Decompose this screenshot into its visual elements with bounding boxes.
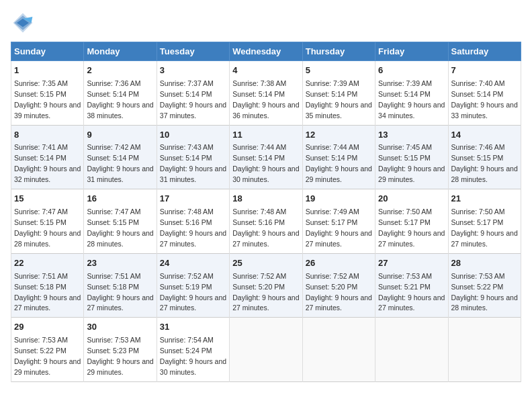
day-number: 14: [451, 129, 518, 142]
sunrise-info: Sunrise: 7:48 AM: [232, 208, 286, 216]
sunrise-info: Sunrise: 7:38 AM: [232, 79, 286, 87]
sunset-info: Sunset: 5:14 PM: [87, 154, 139, 162]
sunset-info: Sunset: 5:14 PM: [451, 90, 504, 98]
daylight-info: Daylight: 9 hours and 36 minutes.: [232, 101, 299, 120]
day-number: 29: [14, 321, 81, 334]
daylight-info: Daylight: 9 hours and 30 minutes.: [160, 357, 226, 376]
day-cell: 23Sunrise: 7:51 AMSunset: 5:18 PMDayligh…: [84, 253, 157, 318]
day-number: 16: [87, 193, 153, 205]
daylight-info: Daylight: 9 hours and 28 minutes.: [451, 165, 518, 183]
daylight-info: Daylight: 9 hours and 33 minutes.: [451, 101, 518, 120]
sunset-info: Sunset: 5:14 PM: [306, 90, 358, 98]
sunset-info: Sunset: 5:16 PM: [232, 218, 285, 226]
logo-icon: [11, 11, 35, 35]
daylight-info: Daylight: 9 hours and 27 minutes.: [232, 293, 299, 312]
day-cell: 11Sunrise: 7:44 AMSunset: 5:14 PMDayligh…: [230, 125, 302, 189]
sunrise-info: Sunrise: 7:35 AM: [14, 79, 68, 87]
sunrise-info: Sunrise: 7:52 AM: [232, 272, 286, 280]
daylight-info: Daylight: 9 hours and 31 minutes.: [87, 165, 153, 183]
day-cell: 8Sunrise: 7:41 AMSunset: 5:14 PMDaylight…: [11, 125, 84, 189]
day-number: 10: [160, 129, 226, 142]
daylight-info: Daylight: 9 hours and 39 minutes.: [14, 101, 81, 120]
sunset-info: Sunset: 5:24 PM: [160, 347, 212, 355]
day-cell: 21Sunrise: 7:50 AMSunset: 5:17 PMDayligh…: [448, 189, 521, 254]
day-cell: 3Sunrise: 7:37 AMSunset: 5:14 PMDaylight…: [157, 61, 229, 126]
day-number: 30: [87, 321, 153, 334]
sunset-info: Sunset: 5:14 PM: [232, 90, 285, 98]
day-cell: 16Sunrise: 7:47 AMSunset: 5:15 PMDayligh…: [84, 189, 157, 254]
day-number: 20: [378, 193, 445, 205]
daylight-info: Daylight: 9 hours and 38 minutes.: [87, 101, 153, 120]
daylight-info: Daylight: 9 hours and 32 minutes.: [14, 165, 81, 183]
daylight-info: Daylight: 9 hours and 29 minutes.: [306, 165, 372, 183]
sunrise-info: Sunrise: 7:52 AM: [306, 272, 359, 280]
page-header: [11, 11, 521, 35]
sunrise-info: Sunrise: 7:53 AM: [14, 336, 68, 344]
daylight-info: Daylight: 9 hours and 27 minutes.: [160, 293, 226, 312]
day-number: 13: [378, 129, 445, 142]
daylight-info: Daylight: 9 hours and 27 minutes.: [378, 229, 445, 248]
daylight-info: Daylight: 9 hours and 27 minutes.: [87, 293, 153, 312]
day-cell: [302, 318, 375, 382]
day-number: 3: [160, 64, 226, 77]
sunset-info: Sunset: 5:20 PM: [306, 283, 358, 291]
day-cell: 15Sunrise: 7:47 AMSunset: 5:15 PMDayligh…: [11, 189, 84, 254]
day-number: 15: [14, 193, 81, 205]
day-cell: 31Sunrise: 7:54 AMSunset: 5:24 PMDayligh…: [157, 318, 229, 382]
daylight-info: Daylight: 9 hours and 30 minutes.: [232, 165, 299, 183]
sunrise-info: Sunrise: 7:51 AM: [87, 272, 140, 280]
header-cell-wednesday: Wednesday: [230, 42, 302, 61]
header-cell-monday: Monday: [84, 42, 157, 61]
daylight-info: Daylight: 9 hours and 28 minutes.: [451, 293, 518, 312]
sunrise-info: Sunrise: 7:50 AM: [451, 208, 505, 216]
daylight-info: Daylight: 9 hours and 31 minutes.: [160, 165, 226, 183]
header-cell-thursday: Thursday: [302, 42, 375, 61]
sunrise-info: Sunrise: 7:39 AM: [306, 79, 359, 87]
daylight-info: Daylight: 9 hours and 35 minutes.: [306, 101, 372, 120]
day-number: 12: [306, 129, 372, 142]
daylight-info: Daylight: 9 hours and 28 minutes.: [14, 229, 81, 248]
week-row-1: 1Sunrise: 7:35 AMSunset: 5:15 PMDaylight…: [11, 61, 521, 126]
sunset-info: Sunset: 5:14 PM: [14, 154, 66, 162]
sunrise-info: Sunrise: 7:53 AM: [378, 272, 432, 280]
day-number: 8: [14, 129, 81, 142]
daylight-info: Daylight: 9 hours and 27 minutes.: [14, 293, 81, 312]
day-number: 22: [14, 257, 81, 270]
day-cell: [230, 318, 302, 382]
sunset-info: Sunset: 5:14 PM: [306, 154, 358, 162]
day-cell: 18Sunrise: 7:48 AMSunset: 5:16 PMDayligh…: [230, 189, 302, 254]
sunrise-info: Sunrise: 7:53 AM: [87, 336, 140, 344]
sunset-info: Sunset: 5:14 PM: [160, 154, 212, 162]
week-row-3: 15Sunrise: 7:47 AMSunset: 5:15 PMDayligh…: [11, 189, 521, 254]
sunset-info: Sunset: 5:17 PM: [451, 218, 504, 226]
sunset-info: Sunset: 5:15 PM: [14, 218, 66, 226]
sunrise-info: Sunrise: 7:45 AM: [378, 143, 432, 151]
day-cell: [448, 318, 521, 382]
sunrise-info: Sunrise: 7:47 AM: [14, 208, 68, 216]
day-cell: 29Sunrise: 7:53 AMSunset: 5:22 PMDayligh…: [11, 318, 84, 382]
day-cell: 9Sunrise: 7:42 AMSunset: 5:14 PMDaylight…: [84, 125, 157, 189]
sunset-info: Sunset: 5:15 PM: [87, 218, 139, 226]
sunrise-info: Sunrise: 7:50 AM: [378, 208, 432, 216]
sunset-info: Sunset: 5:22 PM: [451, 283, 504, 291]
header-cell-saturday: Saturday: [448, 42, 521, 61]
day-number: 5: [306, 64, 372, 77]
sunset-info: Sunset: 5:18 PM: [87, 283, 139, 291]
day-cell: 26Sunrise: 7:52 AMSunset: 5:20 PMDayligh…: [302, 253, 375, 318]
sunset-info: Sunset: 5:17 PM: [306, 218, 358, 226]
day-cell: 27Sunrise: 7:53 AMSunset: 5:21 PMDayligh…: [375, 253, 448, 318]
day-cell: 30Sunrise: 7:53 AMSunset: 5:23 PMDayligh…: [84, 318, 157, 382]
day-number: 6: [378, 64, 445, 77]
day-number: 28: [451, 257, 518, 270]
calendar-table: SundayMondayTuesdayWednesdayThursdayFrid…: [11, 42, 521, 382]
daylight-info: Daylight: 9 hours and 29 minutes.: [87, 357, 153, 376]
daylight-info: Daylight: 9 hours and 27 minutes.: [306, 293, 372, 312]
header-cell-friday: Friday: [375, 42, 448, 61]
day-number: 9: [87, 129, 153, 142]
daylight-info: Daylight: 9 hours and 27 minutes.: [451, 229, 518, 248]
day-number: 18: [232, 193, 299, 205]
day-number: 19: [306, 193, 372, 205]
sunrise-info: Sunrise: 7:46 AM: [451, 143, 505, 151]
daylight-info: Daylight: 9 hours and 37 minutes.: [160, 101, 226, 120]
daylight-info: Daylight: 9 hours and 28 minutes.: [87, 229, 153, 248]
